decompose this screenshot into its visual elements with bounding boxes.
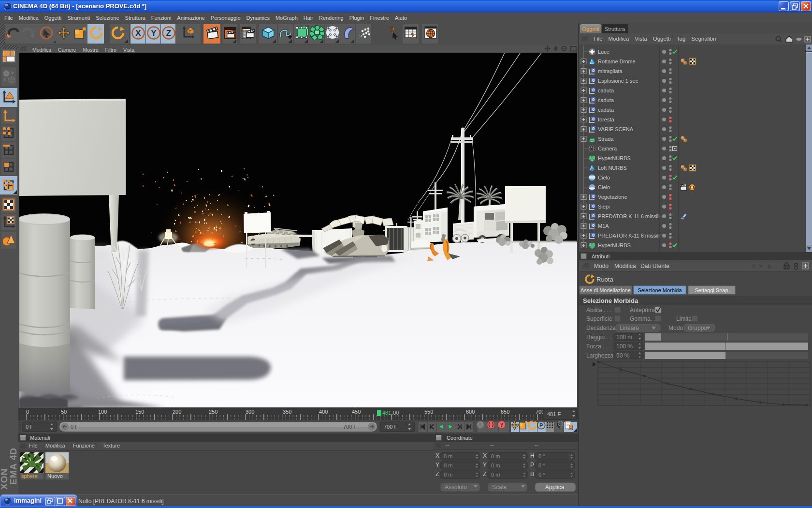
svg-text:Loft NURBS: Loft NURBS — [598, 165, 627, 171]
svg-text:100 m: 100 m — [616, 334, 632, 341]
svg-text:0 m: 0 m — [491, 463, 500, 468]
svg-text:Modo: Modo — [594, 263, 609, 269]
svg-text:450: 450 — [352, 409, 361, 415]
svg-text:Asse di Modellazione: Asse di Modellazione — [580, 287, 631, 293]
svg-text:650: 650 — [501, 409, 509, 415]
svg-text:0: 0 — [26, 409, 29, 415]
svg-text:HyperNURBS: HyperNURBS — [598, 155, 631, 161]
svg-text:Esplosione 1 sec: Esplosione 1 sec — [598, 78, 638, 84]
svg-text:0 °: 0 ° — [538, 463, 545, 468]
svg-text:600: 600 — [466, 409, 475, 415]
svg-text:mitragliata: mitragliata — [598, 68, 623, 74]
svg-text:400: 400 — [319, 409, 328, 415]
svg-text:150: 150 — [135, 409, 144, 415]
svg-text:Rottame Drome: Rottame Drome — [598, 59, 636, 64]
svg-text:Limita: Limita — [676, 315, 692, 322]
svg-text:Larghezza: Larghezza — [586, 352, 613, 359]
svg-text:50: 50 — [61, 409, 67, 415]
svg-text:Siepi: Siepi — [598, 204, 609, 209]
svg-text:X: X — [435, 452, 439, 459]
svg-text:550: 550 — [424, 409, 433, 415]
svg-text:Selezione Morbida: Selezione Morbida — [638, 287, 682, 293]
svg-text:Anteprima: Anteprima — [630, 307, 656, 314]
svg-text:foresta: foresta — [598, 117, 615, 122]
svg-text:Camera: Camera — [598, 146, 617, 151]
svg-text:Assoluto: Assoluto — [445, 484, 467, 491]
svg-text:caduta: caduta — [598, 88, 614, 93]
svg-text:X: X — [483, 452, 487, 459]
svg-text:350: 350 — [283, 409, 291, 415]
svg-text:Lineare: Lineare — [620, 325, 639, 331]
svg-text:Superficie: Superficie — [586, 315, 612, 322]
svg-text:Decadenza: Decadenza — [586, 325, 616, 331]
svg-text:Nuovo: Nuovo — [47, 473, 63, 479]
svg-text:700 F: 700 F — [343, 424, 357, 430]
svg-text:caduta: caduta — [598, 107, 614, 113]
svg-text:300: 300 — [246, 409, 254, 415]
svg-text:200: 200 — [173, 409, 181, 415]
svg-text:--: -- — [490, 442, 494, 448]
svg-text:Ruota: Ruota — [596, 276, 613, 283]
svg-text:Z: Z — [483, 471, 486, 478]
svg-text:Z: Z — [435, 471, 439, 478]
svg-text:Applica: Applica — [545, 484, 565, 491]
svg-text:Y: Y — [435, 462, 439, 468]
svg-text:--: -- — [446, 442, 450, 448]
svg-text:Modo: Modo — [668, 325, 683, 331]
svg-text:P: P — [530, 462, 534, 468]
svg-text:0 m: 0 m — [491, 453, 500, 459]
svg-text:caduta: caduta — [598, 97, 614, 103]
svg-text:Raggio . .: Raggio . . — [586, 334, 611, 341]
svg-text:Abilita . . .: Abilita . . . — [586, 307, 612, 314]
svg-text:0 m: 0 m — [491, 472, 500, 478]
svg-text:100 %: 100 % — [616, 343, 633, 350]
svg-text:Dati Utente: Dati Utente — [640, 263, 669, 269]
svg-text:H: H — [530, 452, 535, 459]
svg-text:0 °: 0 ° — [538, 472, 545, 478]
svg-text:Vegetazione: Vegetazione — [598, 194, 627, 200]
svg-text:Modifica: Modifica — [614, 263, 636, 269]
svg-text:VARIE SCENA: VARIE SCENA — [598, 126, 634, 132]
svg-text:0 F: 0 F — [71, 424, 78, 430]
svg-text:PREDATOR K-11 6 missili: PREDATOR K-11 6 missili — [598, 213, 660, 219]
svg-text:Gruppo: Gruppo — [688, 325, 707, 331]
svg-text:0 F: 0 F — [26, 424, 33, 430]
svg-text:Gomma. .: Gomma. . — [630, 315, 655, 322]
svg-text:Cielo: Cielo — [598, 184, 610, 190]
svg-text:sphere: sphere — [21, 473, 38, 479]
svg-text:Settaggi Snap: Settaggi Snap — [695, 287, 728, 293]
svg-text:0 m: 0 m — [444, 463, 452, 468]
svg-text:Selezione Morbida: Selezione Morbida — [583, 297, 638, 304]
svg-text:B: B — [530, 471, 534, 478]
svg-text:Strada: Strada — [598, 136, 614, 142]
svg-text:481 F: 481 F — [547, 411, 561, 417]
svg-text:100: 100 — [98, 409, 107, 415]
svg-text:0 m: 0 m — [444, 453, 452, 459]
svg-text:700 F: 700 F — [384, 424, 397, 430]
svg-text:481: 481 — [382, 410, 391, 416]
svg-text:M1A: M1A — [598, 223, 609, 229]
svg-text:250: 250 — [209, 409, 218, 415]
svg-text:Y: Y — [483, 462, 487, 468]
svg-text:PREDATOR K-11 6 missili: PREDATOR K-11 6 missili — [598, 233, 660, 239]
svg-text:50 %: 50 % — [616, 352, 630, 359]
svg-text:Attributi: Attributi — [592, 254, 609, 259]
svg-text:0 °: 0 ° — [538, 453, 545, 459]
svg-text:Scala: Scala — [492, 484, 507, 491]
svg-text:HyperNURBS: HyperNURBS — [598, 242, 631, 248]
svg-text:--: -- — [535, 442, 538, 448]
svg-text:0 m: 0 m — [444, 472, 452, 478]
svg-text:Cielo: Cielo — [598, 175, 610, 180]
svg-text::00: :00 — [392, 410, 399, 416]
svg-text:Forza . . .: Forza . . . — [586, 343, 611, 350]
svg-text:Luce: Luce — [598, 49, 609, 55]
